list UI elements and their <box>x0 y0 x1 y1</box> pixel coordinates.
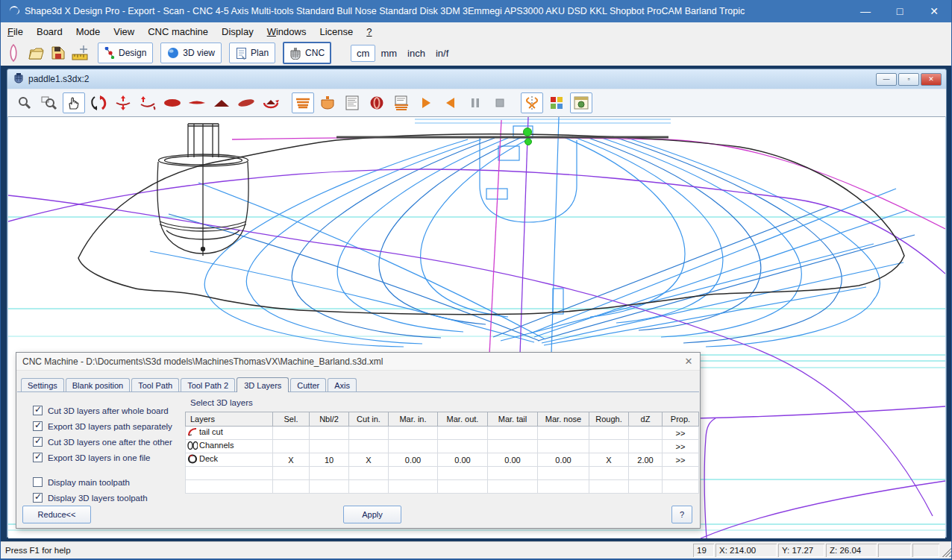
rocker-arrows-icon[interactable] <box>112 92 134 113</box>
board-3d-icon[interactable] <box>235 92 257 113</box>
export-window-icon[interactable] <box>570 92 592 113</box>
pan-icon[interactable] <box>63 92 85 113</box>
design-icon <box>104 47 115 59</box>
menu-cnc-machine[interactable]: CNC machine <box>141 24 215 40</box>
tail-cut-icon <box>187 427 198 438</box>
unit-inf[interactable]: in/f <box>430 45 454 62</box>
checkbox[interactable] <box>33 493 43 503</box>
3d-layers-icon[interactable] <box>292 92 314 113</box>
play-backward-icon[interactable] <box>439 92 462 113</box>
tool-head-icon[interactable] <box>316 92 339 113</box>
unit-inch[interactable]: inch <box>402 45 430 62</box>
dialog-help-button[interactable]: ? <box>671 506 692 523</box>
save-icon[interactable] <box>48 43 68 63</box>
gcode-file-icon[interactable] <box>341 92 363 113</box>
flip-arrows-icon[interactable] <box>137 92 159 113</box>
dialog-options: Cut 3D layers after whole board Export 3… <box>33 403 172 506</box>
deck-icon[interactable] <box>210 92 233 113</box>
prop-button[interactable]: >> <box>663 440 699 453</box>
document-titlebar[interactable]: paddle1.s3dx:2 — ▫ ✕ <box>7 69 946 89</box>
col-mar-nose[interactable]: Mar. nose <box>538 412 589 427</box>
sphere-icon <box>167 47 179 59</box>
menu-license[interactable]: License <box>313 24 360 40</box>
layers-file-icon[interactable] <box>390 92 413 113</box>
tab-axis[interactable]: Axis <box>328 378 357 391</box>
col-nbl2[interactable]: Nbl/2 <box>310 412 349 427</box>
thickness-icon[interactable] <box>186 92 208 113</box>
option-export-one-file[interactable]: Export 3D layers in one file <box>33 450 172 465</box>
tab-tool-path[interactable]: Tool Path <box>131 378 179 391</box>
dialog-titlebar[interactable]: CNC Machine - D:\Documents\S3d models\Ma… <box>16 353 700 371</box>
option-export-separately[interactable]: Export 3D layers path separately <box>33 418 172 434</box>
tab-tool-path-2[interactable]: Tool Path 2 <box>181 378 235 391</box>
plan-view-button[interactable]: Plan <box>229 43 275 63</box>
col-mar-tail[interactable]: Mar. tail <box>488 412 538 427</box>
checkbox[interactable] <box>33 477 43 487</box>
col-dz[interactable]: dZ <box>629 412 663 427</box>
col-rough[interactable]: Rough. <box>589 412 629 427</box>
colors-icon[interactable] <box>545 92 568 113</box>
doc-restore-button[interactable]: ▫ <box>898 73 919 86</box>
tab-3d-layers[interactable]: 3D Layers <box>237 377 289 392</box>
stop-icon[interactable] <box>489 92 511 113</box>
tab-cutter[interactable]: Cutter <box>290 378 326 391</box>
status-empty-cell <box>878 544 911 557</box>
menu-mode[interactable]: Mode <box>69 24 107 40</box>
tool-diameter-icon[interactable] <box>366 92 388 113</box>
checkbox[interactable] <box>33 437 43 447</box>
3d-view-button[interactable]: 3D view <box>160 43 222 63</box>
reduce-button[interactable]: Reduce<< <box>22 506 91 523</box>
menu-view[interactable]: View <box>107 24 141 40</box>
option-cut-after-whole-board[interactable]: Cut 3D layers after whole board <box>33 403 172 418</box>
rotate-board-icon[interactable] <box>260 92 282 113</box>
tab-settings[interactable]: Settings <box>21 378 64 391</box>
doc-minimize-button[interactable]: — <box>876 73 897 86</box>
col-mar-in[interactable]: Mar. in. <box>389 412 438 427</box>
outline-icon[interactable] <box>161 92 184 113</box>
minimize-button[interactable]: — <box>848 0 883 22</box>
option-cut-one-after-other[interactable]: Cut 3D layers one after the other <box>33 434 172 450</box>
menu-windows[interactable]: Windows <box>260 24 313 40</box>
select-3d-layers-label: Select 3D layers <box>190 398 253 407</box>
design-view-button[interactable]: Design <box>98 43 153 63</box>
dialog-footer: Reduce<< Apply ? <box>16 506 700 523</box>
measure-icon[interactable] <box>71 43 90 63</box>
checkbox[interactable] <box>33 453 43 462</box>
menu-bar: File Board Mode View CNC machine Display… <box>1 22 951 40</box>
design-view-label: Design <box>119 48 146 58</box>
dialog-close-icon[interactable]: ✕ <box>677 356 700 367</box>
unit-cm[interactable]: cm <box>351 45 375 62</box>
deck-layer-icon <box>187 454 198 465</box>
prop-button[interactable]: >> <box>663 453 699 467</box>
col-layers[interactable]: Layers <box>186 412 273 427</box>
tab-blank-position[interactable]: Blank position <box>66 378 131 391</box>
close-button[interactable]: ✕ <box>917 0 951 22</box>
menu-display[interactable]: Display <box>215 24 260 40</box>
play-forward-icon[interactable] <box>415 92 437 113</box>
menu-file[interactable]: File <box>1 24 30 40</box>
pause-icon[interactable] <box>464 92 486 113</box>
board-icon[interactable] <box>4 43 23 63</box>
option-display-3d-layers-toolpath[interactable]: Display 3D layers toolpath <box>33 490 172 506</box>
menu-help[interactable]: ? <box>360 24 378 40</box>
prop-button[interactable]: >> <box>663 427 699 440</box>
doc-close-button[interactable]: ✕ <box>921 73 942 86</box>
checkbox[interactable] <box>33 406 43 415</box>
resize-grip[interactable] <box>941 544 951 557</box>
col-mar-out[interactable]: Mar. out. <box>438 412 488 427</box>
apply-button[interactable]: Apply <box>343 506 401 523</box>
zoom-region-icon[interactable] <box>38 92 60 113</box>
option-display-main-toolpath[interactable]: Display main toolpath <box>33 474 172 490</box>
open-file-icon[interactable] <box>26 43 46 63</box>
checkbox[interactable] <box>33 421 43 431</box>
symmetry-icon[interactable] <box>521 92 543 113</box>
unit-mm[interactable]: mm <box>375 45 402 62</box>
col-cut-in[interactable]: Cut in. <box>349 412 389 427</box>
zoom-icon[interactable] <box>13 92 36 113</box>
menu-board[interactable]: Board <box>30 24 69 40</box>
col-sel[interactable]: Sel. <box>273 412 310 427</box>
maximize-button[interactable]: □ <box>883 0 917 22</box>
col-prop[interactable]: Prop. <box>663 412 699 427</box>
rotate-3d-icon[interactable] <box>87 92 110 113</box>
cnc-view-button[interactable]: CNC <box>283 42 331 64</box>
